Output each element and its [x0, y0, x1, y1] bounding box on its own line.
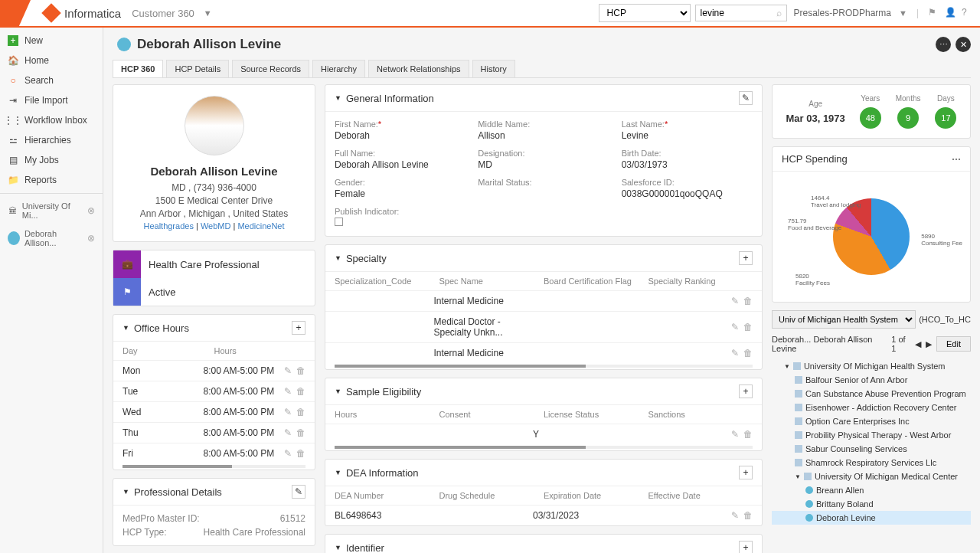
sidebar-item-new[interactable]: +New	[0, 31, 103, 51]
add-button[interactable]: +	[739, 384, 753, 398]
edit-icon[interactable]: ✎	[739, 91, 753, 105]
sidebar-item-my-jobs[interactable]: ▤My Jobs	[0, 150, 103, 170]
publish-checkbox[interactable]	[335, 218, 343, 226]
flag-icon[interactable]: ⚑	[928, 7, 940, 19]
pie-chart	[833, 198, 910, 275]
edit-icon[interactable]: ✎	[731, 322, 739, 332]
building-icon	[793, 362, 801, 370]
tree-person[interactable]: Breann Allen	[772, 483, 971, 497]
open-record-1[interactable]: Deborah Allison...⊗	[0, 224, 103, 252]
more-actions-button[interactable]: ⋯	[936, 37, 951, 52]
add-button[interactable]: +	[739, 251, 753, 265]
tab-history[interactable]: History	[472, 60, 515, 77]
close-button[interactable]: ✕	[956, 37, 971, 52]
table-row[interactable]: Fri8:00 AM-5:00 PM✎🗑	[113, 443, 315, 463]
link-webmd[interactable]: WebMD	[201, 221, 231, 231]
brand[interactable]: Informatica Customer 360 ▼	[44, 6, 212, 20]
sidebar-item-search[interactable]: ○Search	[0, 70, 103, 90]
sidebar-item-hierarchies[interactable]: ⚍Hierarchies	[0, 130, 103, 150]
tree-node[interactable]: ▼University Of Michigan Medical Center	[772, 470, 971, 483]
close-icon[interactable]: ⊗	[87, 205, 95, 216]
edit-icon[interactable]: ✎	[731, 429, 739, 440]
edit-icon[interactable]: ✎	[731, 296, 739, 306]
add-button[interactable]: +	[739, 466, 753, 479]
edit-button[interactable]: Edit	[936, 336, 971, 352]
delete-icon[interactable]: 🗑	[743, 322, 753, 332]
open-record-0[interactable]: 🏛University Of Mi...⊗	[0, 197, 103, 224]
edit-icon[interactable]: ✎	[284, 386, 292, 397]
scrollbar[interactable]	[122, 465, 305, 468]
search-input[interactable]	[695, 5, 787, 21]
user-icon[interactable]: 👤	[945, 7, 957, 19]
sidebar-item-file-import[interactable]: ⇥File Import	[0, 90, 103, 110]
tree-node[interactable]: Can Substance Abuse Prevention Program	[772, 387, 971, 401]
link-healthgrades[interactable]: Healthgrades	[143, 221, 193, 231]
search-icon[interactable]: ⌕	[776, 8, 782, 18]
office-hours-card: ▼Office Hours+ DayHours Mon8:00 AM-5:00 …	[113, 314, 315, 470]
table-row[interactable]: Mon8:00 AM-5:00 PM✎🗑	[113, 360, 315, 381]
next-icon[interactable]: ▶	[926, 339, 932, 349]
tab-hcp-details[interactable]: HCP Details	[166, 60, 229, 77]
specialty-card: ▼Specialty+ Specialization_CodeSpec Name…	[325, 244, 763, 370]
tab-hierarchy[interactable]: Hierarchy	[312, 60, 365, 77]
person-icon	[805, 500, 813, 508]
delete-icon[interactable]: 🗑	[296, 407, 305, 417]
edit-icon[interactable]: ✎	[284, 448, 292, 459]
link-medicinenet[interactable]: MedicineNet	[237, 221, 284, 231]
delete-icon[interactable]: 🗑	[743, 348, 753, 358]
tab-source-records[interactable]: Source Records	[232, 60, 309, 77]
edit-icon[interactable]: ✎	[284, 365, 292, 376]
tree-person[interactable]: Deborah Levine	[772, 511, 971, 525]
tree-node[interactable]: Sabur Counseling Services	[772, 442, 971, 456]
tree-node[interactable]: Eisenhower - Addiction Recovery Center	[772, 401, 971, 414]
tree-person[interactable]: Brittany Boland	[772, 497, 971, 511]
sidebar-item-workflow-inbox[interactable]: ⋮⋮Workflow Inbox	[0, 110, 103, 130]
more-icon[interactable]: ⋯	[952, 154, 961, 165]
delete-icon[interactable]: 🗑	[296, 386, 305, 397]
tree-node[interactable]: Shamrock Respiratory Services Llc	[772, 456, 971, 470]
delete-icon[interactable]: 🗑	[743, 510, 753, 521]
chevron-down-icon[interactable]: ▼	[899, 8, 907, 18]
table-row[interactable]: Medical Doctor - Specialty Unkn...✎🗑	[325, 311, 762, 342]
general-info-card: ▼General Information✎ First Name:*Debora…	[325, 84, 763, 237]
delete-icon[interactable]: 🗑	[296, 427, 305, 438]
import-icon: ⇥	[8, 95, 18, 106]
table-row[interactable]: Thu8:00 AM-5:00 PM✎🗑	[113, 422, 315, 443]
tree-root[interactable]: ▼University Of Michigan Health System	[772, 359, 971, 373]
scrollbar[interactable]	[335, 446, 753, 449]
help-icon[interactable]: ?	[962, 7, 974, 19]
tab-network-relationships[interactable]: Network Relationships	[368, 60, 469, 77]
edit-icon[interactable]: ✎	[731, 510, 739, 521]
delete-icon[interactable]: 🗑	[296, 365, 305, 376]
edit-icon[interactable]: ✎	[284, 427, 292, 438]
add-button[interactable]: +	[739, 541, 753, 553]
tree-node[interactable]: Balfour Senior of Ann Arbor	[772, 373, 971, 387]
table-row[interactable]: BL649864303/31/2023✎🗑	[325, 505, 762, 525]
prev-icon[interactable]: ◀	[915, 339, 921, 349]
add-button[interactable]: +	[292, 321, 305, 335]
scrollbar[interactable]	[335, 365, 753, 368]
tree-node[interactable]: Option Care Enterprises Inc	[772, 414, 971, 428]
table-row[interactable]: Tue8:00 AM-5:00 PM✎🗑	[113, 381, 315, 401]
sidebar-item-reports[interactable]: 📁Reports	[0, 170, 103, 190]
close-icon[interactable]: ⊗	[87, 233, 95, 244]
search-type-select[interactable]: HCP	[599, 4, 691, 22]
delete-icon[interactable]: 🗑	[296, 448, 305, 459]
table-row[interactable]: Wed8:00 AM-5:00 PM✎🗑	[113, 401, 315, 422]
env-label[interactable]: Presales-PRODPharma	[794, 8, 891, 18]
chevron-down-icon[interactable]: ▼	[204, 8, 212, 18]
workflow-icon: ⋮⋮	[8, 115, 18, 126]
tab-hcp-360[interactable]: HCP 360	[113, 60, 163, 77]
tree-node[interactable]: Probility Physical Therapy - West Arbor	[772, 428, 971, 442]
edit-icon[interactable]: ✎	[731, 348, 739, 358]
table-row[interactable]: Internal Medicine✎🗑	[325, 290, 762, 311]
table-row[interactable]: Y✎🗑	[325, 424, 762, 444]
hierarchy-select[interactable]: Univ of Michigan Health System	[772, 310, 916, 329]
delete-icon[interactable]: 🗑	[743, 296, 753, 306]
edit-icon[interactable]: ✎	[284, 407, 292, 417]
tabs: HCP 360 HCP Details Source Records Hiera…	[113, 60, 971, 78]
edit-icon[interactable]: ✎	[292, 485, 305, 499]
delete-icon[interactable]: 🗑	[743, 429, 753, 440]
table-row[interactable]: Internal Medicine✎🗑	[325, 342, 762, 363]
sidebar-item-home[interactable]: 🏠Home	[0, 51, 103, 70]
